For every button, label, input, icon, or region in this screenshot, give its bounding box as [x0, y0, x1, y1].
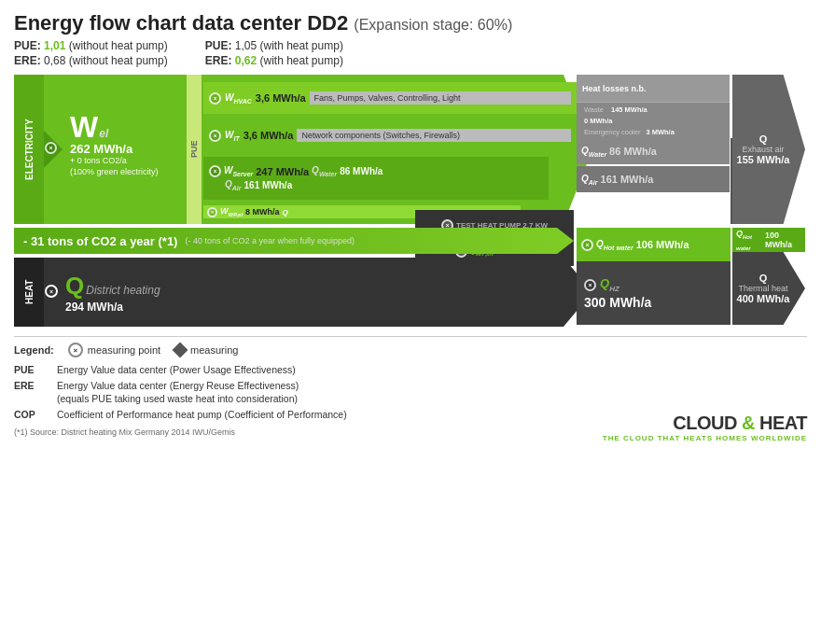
- header: Energy flow chart data center DD2 (Expan…: [14, 11, 807, 67]
- heat-measuring-icon: ×: [45, 285, 58, 298]
- metrics-hp: PUE: 1,05 (with heat pump) ERE: 0,62 (wi…: [205, 39, 343, 67]
- ere-no-hp: ERE: 0,68 (without heat pump): [14, 54, 168, 67]
- electricity-measuring-icon: ×: [45, 142, 57, 154]
- page-title: Energy flow chart data center DD2 (Expan…: [14, 11, 807, 35]
- row-server: × WServer 247 MWh/a QWater 86 MWh/a QAir…: [203, 157, 549, 200]
- hot-water-right-label: QHot water 100 MWh/a: [732, 228, 805, 252]
- brand-tagline: THE CLOUD THAT HEATS HOMES WORLDWIDE: [603, 434, 807, 442]
- heat-losses-detail: Waste 145 MWh/a 0 MWh/a Emergency cooler…: [577, 103, 730, 138]
- heat-losses-header: Heat losses n.b.: [577, 75, 730, 103]
- hot-water-box: × QHot water 106 MWh/a: [577, 228, 731, 261]
- thermal-heat-arrow: Q Thermal heat 400 MWh/a: [732, 252, 805, 325]
- q-water-row: QWater 86 MWh/a: [577, 138, 730, 164]
- metrics-no-hp: PUE: 1,01 (without heat pump) ERE: 0,68 …: [14, 39, 168, 67]
- row-hvac: × WHVAC 3,6 MWh/a Fans, Pumps, Valves, C…: [203, 82, 577, 114]
- server-measuring-icon: ×: [209, 165, 221, 177]
- q-air-row: QAir 161 MWh/a: [577, 166, 730, 192]
- legend-measuring: measuring: [174, 344, 238, 356]
- legend-measuring-point: × measuring point: [68, 343, 160, 357]
- electricity-input-values: W el 262 MWh/a + 0 tons CO2/a (100% gree…: [70, 112, 159, 177]
- exhaust-air-arrow: Q Exhaust air 155 MWh/a: [732, 75, 805, 224]
- main-diagram: ELECTRICITY × W el 262 MWh/a + 0 tons CO…: [14, 75, 807, 327]
- legend-measuring-icon: [173, 343, 188, 358]
- pue-no-hp: PUE: 1,01 (without heat pump): [14, 39, 168, 52]
- it-measuring-icon: ×: [209, 130, 221, 142]
- waste-row: Waste 145 MWh/a: [582, 105, 724, 115]
- brand: CLOUD & HEAT THE CLOUD THAT HEATS HOMES …: [603, 413, 807, 442]
- brand-name: CLOUD & HEAT: [603, 413, 807, 434]
- co2-band: - 31 tons of CO2 a year (*1) (- 40 tons …: [14, 228, 574, 254]
- zero-row: 0 MWh/a: [582, 116, 724, 126]
- pue-bar: PUE: [187, 75, 202, 224]
- wpel-measuring-icon: ×: [207, 207, 217, 217]
- ere-hp: ERE: 0,62 (with heat pump): [205, 54, 343, 67]
- ere-definition: Energy Value data center (Energy Reuse E…: [57, 379, 480, 406]
- page: Energy flow chart data center DD2 (Expan…: [0, 0, 821, 450]
- emergency-cooler-row: Emergency cooler 3 MWh/a: [582, 127, 724, 137]
- legend-measuring-point-icon: ×: [68, 343, 83, 357]
- metrics-row: PUE: 1,01 (without heat pump) ERE: 0,68 …: [14, 39, 807, 67]
- heat-label: HEAT: [14, 258, 44, 327]
- hotwater-icon: ×: [581, 239, 593, 251]
- legend-row: Legend: × measuring point measuring: [14, 343, 807, 357]
- definitions: PUE Energy Value data center (Power Usag…: [14, 363, 480, 422]
- row-it: × WIT 3,6 MWh/a Network components (Swit…: [203, 119, 577, 151]
- qhz-icon: ×: [584, 279, 596, 291]
- heat-content: Q District heating 294 MWh/a: [65, 261, 160, 323]
- electricity-label: ELECTRICITY: [14, 75, 44, 224]
- hvac-measuring-icon: ×: [209, 92, 221, 105]
- pue-hp: PUE: 1,05 (with heat pump): [205, 39, 343, 52]
- qhz-box: × QHZ 300 MWh/a: [577, 261, 731, 325]
